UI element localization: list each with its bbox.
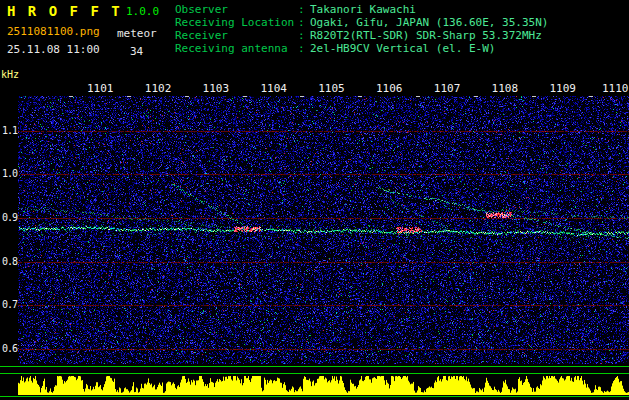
frequency-tick-label: 0.8	[2, 256, 17, 267]
frequency-tick-label: 1.0	[2, 168, 17, 179]
time-tick-label: 1108	[492, 82, 519, 95]
time-axis: 1101110211031104110511061107110811091110	[18, 82, 629, 95]
info-value: Ogaki, Gifu, JAPAN (136.60E, 35.35N)	[310, 16, 548, 29]
output-filename: 2511081100.png	[7, 25, 100, 38]
frequency-tick-label: 1.1	[2, 125, 17, 136]
info-colon: :	[298, 16, 310, 29]
khz-axis-label: kHz	[1, 69, 19, 80]
time-tick-label: 1110	[602, 82, 629, 95]
info-colon: :	[298, 42, 310, 55]
info-label: Observer	[175, 3, 298, 16]
app-title: H R O F F T	[7, 3, 122, 19]
time-tick-label: 1104	[260, 82, 287, 95]
info-label: Receiving Location	[175, 16, 298, 29]
hrofft-window: H R O F F T 1.0.0 2511081100.png meteor …	[0, 0, 629, 400]
time-tick-label: 1102	[145, 82, 172, 95]
app-version: 1.0.0	[126, 5, 159, 18]
signal-level-strip-canvas	[18, 375, 629, 395]
echo-count: 34	[130, 45, 143, 58]
info-row: Receiving Location:Ogaki, Gifu, JAPAN (1…	[175, 16, 548, 29]
observation-datetime: 25.11.08 11:00	[7, 43, 100, 56]
time-tick-label: 1105	[318, 82, 345, 95]
info-value: R820T2(RTL-SDR) SDR-Sharp 53.372MHz	[310, 29, 542, 42]
frequency-tick-label: 0.7	[2, 299, 17, 310]
separator-line-mid	[0, 373, 629, 374]
info-label: Receiving antenna	[175, 42, 298, 55]
info-row: Receiver:R820T2(RTL-SDR) SDR-Sharp 53.37…	[175, 29, 548, 42]
info-colon: :	[298, 3, 310, 16]
frequency-axis: 1.11.00.90.80.70.6	[0, 96, 18, 364]
info-colon: :	[298, 29, 310, 42]
time-tick-label: 1109	[549, 82, 576, 95]
info-value: 2el-HB9CV Vertical (el. E-W)	[310, 42, 495, 55]
info-value: Takanori Kawachi	[310, 3, 416, 16]
observation-info: Observer:Takanori KawachiReceiving Locat…	[175, 3, 548, 55]
time-tick-label: 1101	[87, 82, 114, 95]
time-tick-label: 1103	[203, 82, 230, 95]
info-label: Receiver	[175, 29, 298, 42]
time-tick-label: 1106	[376, 82, 403, 95]
frequency-tick-label: 0.9	[2, 212, 17, 223]
separator-line-bottom	[0, 396, 629, 397]
time-tick-label: 1107	[434, 82, 461, 95]
info-row: Observer:Takanori Kawachi	[175, 3, 548, 16]
frequency-tick-label: 0.6	[2, 343, 17, 354]
separator-line-top	[0, 366, 629, 367]
spectrogram-canvas	[18, 96, 629, 364]
mode-label: meteor	[117, 27, 157, 40]
info-row: Receiving antenna:2el-HB9CV Vertical (el…	[175, 42, 548, 55]
